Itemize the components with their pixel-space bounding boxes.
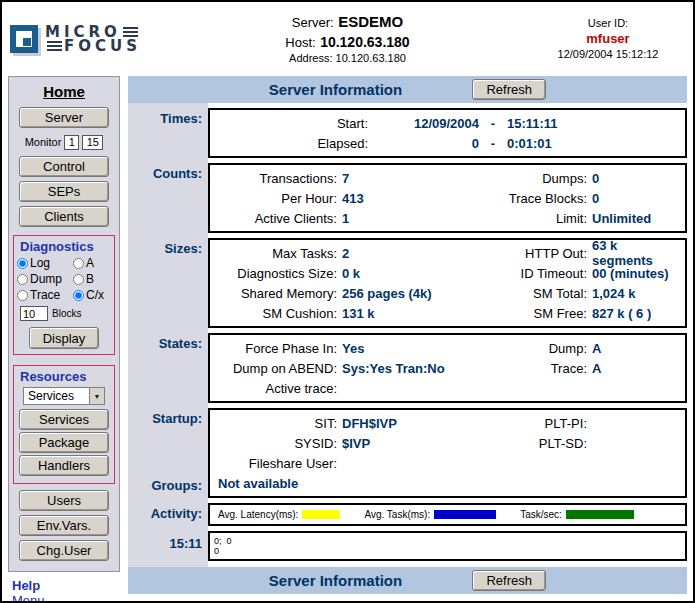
states-box: Force Phase In: Yes Dump: A Dump on ABEN…	[208, 333, 687, 403]
diagnostics-section: Diagnostics Log A Dump B Trace C/x Block…	[13, 235, 115, 355]
field-value: 827 k ( 6 )	[592, 306, 681, 321]
radio-dump-input[interactable]	[17, 274, 28, 285]
field-key: Shared Memory:	[214, 286, 342, 301]
field-key: Trace:	[488, 361, 592, 376]
radio-log[interactable]: Log	[17, 256, 73, 270]
data-row: Active trace:	[214, 378, 681, 398]
field-key: Active trace:	[214, 381, 342, 396]
radio-cx-input[interactable]	[73, 290, 84, 301]
menu-link[interactable]: Menu	[12, 593, 118, 603]
server-identity: Server: ESDEMO Host: 10.120.63.180 Addre…	[162, 12, 533, 66]
host-label: Host:	[285, 35, 315, 50]
server-name: ESDEMO	[338, 13, 403, 30]
services-button[interactable]: Services	[19, 409, 109, 430]
field-value: Unlimited	[592, 211, 681, 226]
data-row: Max Tasks: 2 HTTP Out: 63 k segments	[214, 243, 681, 263]
field-value: 0	[374, 136, 479, 151]
activity-time-label: 15:11	[128, 531, 208, 561]
logo-inner-square	[23, 38, 31, 46]
field-value: 1	[342, 211, 488, 226]
data-row: Diagnostics Size: 0 k ID Timeout: 00 (mi…	[214, 263, 681, 283]
radio-log-label: Log	[30, 256, 50, 270]
monitor-input-1[interactable]	[64, 135, 79, 150]
sidebar-column: Home Server Monitor Control SEPs Clients…	[8, 76, 120, 603]
sizes-label: Sizes:	[128, 238, 208, 328]
field-value: DFH$IVP	[342, 416, 488, 431]
chg-user-button[interactable]: Chg.User	[19, 540, 109, 561]
monitor-input-2[interactable]	[82, 135, 103, 150]
monitor-label: Monitor	[25, 136, 62, 148]
times-box: Start: 12/09/2004 - 15:11:11 Elapsed: 0 …	[208, 108, 687, 158]
radio-trace[interactable]: Trace	[17, 288, 73, 302]
monitor-controls: Monitor	[25, 133, 104, 151]
sizes-row-group: Sizes: Max Tasks: 2 HTTP Out: 63 k segme…	[128, 238, 687, 328]
field-key: HTTP Out:	[488, 246, 592, 261]
field-value: 7	[342, 171, 488, 186]
field-value: 0	[592, 171, 681, 186]
radio-a-input[interactable]	[73, 258, 84, 269]
control-button[interactable]: Control	[19, 156, 109, 177]
field-value: 131 k	[342, 306, 488, 321]
field-key: Elapsed:	[214, 136, 374, 151]
radio-log-input[interactable]	[17, 258, 28, 269]
server-info-grid: Times: Start: 12/09/2004 - 15:11:11 Elap…	[128, 103, 687, 567]
resources-section: Resources Services ▼ Services Package Ha…	[13, 365, 115, 484]
radio-trace-label: Trace	[30, 288, 60, 302]
data-row: Per Hour: 413 Trace Blocks: 0	[214, 188, 681, 208]
latency-segment: Avg. Latency(ms):	[218, 509, 340, 520]
display-button[interactable]: Display	[29, 327, 99, 349]
activity-value-line: 0; 0	[214, 536, 681, 546]
field-value: Yes	[342, 341, 488, 356]
radio-dump-label: Dump	[30, 272, 62, 286]
data-row: Shared Memory: 256 pages (4k) SM Total: …	[214, 283, 681, 303]
server-label: Server:	[292, 15, 334, 30]
avg-task-bar	[434, 510, 496, 519]
refresh-button-top[interactable]: Refresh	[472, 79, 546, 100]
package-button[interactable]: Package	[19, 432, 109, 453]
blocks-input[interactable]	[20, 306, 48, 321]
radio-dump[interactable]: Dump	[17, 272, 73, 286]
seps-button[interactable]: SEPs	[19, 181, 109, 202]
refresh-button-bottom[interactable]: Refresh	[472, 570, 546, 591]
address-label: Address:	[289, 52, 332, 64]
resources-title: Resources	[14, 369, 114, 384]
home-link[interactable]: Home	[43, 83, 85, 100]
env-vars-button[interactable]: Env.Vars.	[19, 515, 109, 536]
groups-label: Groups:	[151, 478, 202, 493]
field-value: $IVP	[342, 436, 488, 451]
counts-label: Counts:	[128, 163, 208, 233]
field-key: Start:	[214, 116, 374, 131]
clients-button[interactable]: Clients	[19, 206, 109, 227]
times-label: Times:	[128, 108, 208, 158]
logo-stripes-icon	[47, 41, 62, 52]
logo-text: MICRO FOCUS	[45, 25, 141, 53]
resources-select[interactable]: Services ▼	[23, 387, 105, 405]
users-button[interactable]: Users	[19, 490, 109, 511]
radio-b[interactable]: B	[73, 272, 111, 286]
radio-trace-input[interactable]	[17, 290, 28, 301]
start-time-row: Start: 12/09/2004 - 15:11:11	[214, 113, 681, 133]
server-button[interactable]: Server	[19, 107, 109, 128]
handlers-button[interactable]: Handlers	[19, 455, 109, 476]
times-row-group: Times: Start: 12/09/2004 - 15:11:11 Elap…	[128, 108, 687, 158]
field-key: Dump on ABEND:	[214, 361, 342, 376]
micro-focus-logo: MICRO FOCUS	[10, 25, 162, 53]
field-value: 0:01:01	[507, 136, 681, 151]
field-key: SYSID:	[214, 436, 342, 451]
server-admin-window: MICRO FOCUS Server: ESDEMO Host: 10.120.…	[0, 0, 695, 603]
user-info: User ID: mfuser 12/09/2004 15:12:12	[533, 16, 683, 61]
field-key: PLT-SD:	[488, 436, 592, 451]
latency-bar	[302, 510, 340, 519]
radio-b-input[interactable]	[73, 274, 84, 285]
field-key: Transactions:	[214, 171, 342, 186]
address-value: 10.120.63.180	[336, 52, 406, 64]
data-row: SYSID: $IVP PLT-SD:	[214, 433, 681, 453]
footer-title: Server Information	[269, 572, 402, 589]
chevron-down-icon[interactable]: ▼	[89, 388, 104, 404]
activity-box: Avg. Latency(ms): Avg. Task(ms): Task/se…	[208, 503, 687, 526]
activity-label: Activity:	[128, 503, 208, 526]
field-key: Dumps:	[488, 171, 592, 186]
field-value: Sys:Yes Tran:No	[342, 361, 488, 376]
radio-cx[interactable]: C/x	[73, 288, 111, 302]
radio-a[interactable]: A	[73, 256, 111, 270]
